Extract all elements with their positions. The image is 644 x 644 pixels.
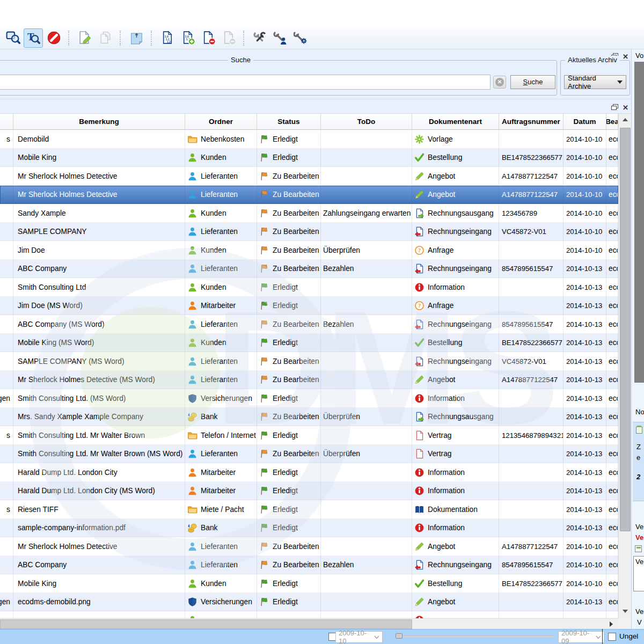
column-header-path[interactable] <box>0 114 13 129</box>
edit-document-button[interactable] <box>75 28 94 48</box>
cell-datum: 2014-10-10 <box>564 223 606 241</box>
search-fulltext-button[interactable]: T <box>24 28 43 48</box>
table-row[interactable]: Sandy XampleKundenZu BearbeitenZahlungse… <box>0 204 618 223</box>
cell-path-fragment <box>0 574 13 593</box>
search-documents-button[interactable] <box>3 28 23 48</box>
table-row[interactable]: sample-company-information.pdfBankErledi… <box>0 519 618 538</box>
table-row[interactable]: ABC CompanyLieferantenZu BearbeitenBezah… <box>0 556 618 575</box>
clear-search-button[interactable]: ✕ <box>493 76 506 89</box>
cell-ordner: Versicherungen <box>185 389 257 408</box>
date-range-slider-thumb[interactable] <box>396 633 402 639</box>
vertical-scrollbar[interactable] <box>618 114 631 618</box>
table-row[interactable]: Jim Doe (MS Word)MitarbeiterErledigt?Anf… <box>0 297 618 316</box>
cell-status: Erledigt <box>257 482 321 501</box>
settings-tools-button[interactable] <box>250 28 269 48</box>
settings-user-button[interactable] <box>270 28 290 48</box>
invoice-out-icon <box>414 412 425 422</box>
search-button[interactable]: Suche <box>510 75 555 89</box>
vertical-scroll-thumb[interactable] <box>620 128 631 531</box>
table-row[interactable]: Smith Consulting LtdKundenErledigtInform… <box>0 278 618 297</box>
column-header-auftragsnummer[interactable]: Auftragsnummer <box>499 114 564 129</box>
settings-system-button[interactable] <box>291 28 310 48</box>
table-row[interactable]: Mrs. Sandy Xample Xample CompanyBankZu B… <box>0 408 618 427</box>
horizontal-scrollbar[interactable] <box>0 618 631 629</box>
template-icon <box>414 134 425 144</box>
cell-todo <box>321 334 412 353</box>
table-row-selected[interactable]: Mr Sherlock Holmes DetectiveLieferantenZ… <box>0 186 618 204</box>
cell-datum: 2014-10-13 <box>564 278 606 297</box>
version-list-item: Ve <box>635 558 643 566</box>
search-panel: ✕ Suche ✕ Suche Aktuelles Archiv Standar… <box>0 49 631 99</box>
table-row[interactable]: Mobile King (MS Word)KundenErledigtBeste… <box>0 334 618 353</box>
table-row-partial[interactable] <box>0 611 618 618</box>
table-row[interactable]: Mr Sherlock Holmes Detective (MS Word)Li… <box>0 371 618 390</box>
search-documents-icon <box>6 31 20 45</box>
archive-select[interactable]: Standard Archive <box>564 75 626 89</box>
cell-status: Erledigt <box>257 574 321 593</box>
cell-datum: 2014-10-13 <box>564 408 606 427</box>
scroll-right-button[interactable] <box>605 619 617 630</box>
column-header-todo[interactable]: ToDo <box>321 114 412 129</box>
cell-bemerkung: ABC Company <box>13 260 185 279</box>
table-row[interactable]: ABC CompanyLieferantenZu BearbeitenBezah… <box>0 260 618 279</box>
inquiry-icon: ? <box>414 245 425 255</box>
date-to-select[interactable]: 2009-10-09 <box>558 631 604 643</box>
column-header-dokumentenart[interactable]: Dokumentenart <box>412 114 499 129</box>
sticky-note-icon <box>129 31 144 45</box>
table-row[interactable]: Mr Sherlock Holmes DetectiveLieferantenZ… <box>0 167 618 186</box>
cell-path-fragment <box>0 352 13 371</box>
date-range-slider[interactable] <box>396 635 554 637</box>
table-row[interactable]: genecodms-demobild.pngVersicherungenErle… <box>0 593 618 612</box>
cell-bearbeiter: eco <box>606 278 618 297</box>
table-row[interactable]: Harald Dump Ltd. London City (MS Word)Mi… <box>0 482 618 501</box>
cell-datum <box>564 611 606 618</box>
note-box[interactable]: Z e 2 <box>633 422 644 501</box>
table-row[interactable]: Mr Sherlock Holmes DetectiveLieferantenZ… <box>0 537 618 556</box>
close-panel-icon[interactable]: ✕ <box>623 54 628 60</box>
table-row[interactable]: Harald Dump Ltd. London CityMitarbeiterE… <box>0 463 618 482</box>
cell-datum: 2014-10-13 <box>564 334 606 353</box>
table-row[interactable]: Mobile KingKundenErledigtBestellungBE147… <box>0 149 618 167</box>
table-row[interactable]: SAMPLE COMPANYLieferantenZu BearbeitenRe… <box>0 223 618 241</box>
table-row[interactable]: Smith Consulting Ltd. Mr Walter Brown (M… <box>0 445 618 464</box>
cancel-search-button[interactable] <box>44 28 63 48</box>
table-row[interactable]: ABC Company (MS Word)LieferantenZu Bearb… <box>0 315 618 334</box>
table-row[interactable]: sDemobildNebenkostenErledigtVorlage2014-… <box>0 130 618 149</box>
table-row[interactable]: sRiesen TIFFMiete / PachtErledigtDokumen… <box>0 500 618 519</box>
table-row[interactable]: Mobile KingKundenErledigtBestellungBE147… <box>0 574 618 593</box>
date-from-select[interactable]: 2009-10-10 <box>335 631 383 643</box>
cell-path-fragment <box>0 241 13 260</box>
toolbar-separator <box>120 31 122 46</box>
version-remove-button[interactable] <box>199 28 218 48</box>
sticky-note-button[interactable] <box>127 28 146 48</box>
table-row[interactable]: Jim DoeKundenZu BearbeitenÜberprüfen?Anf… <box>0 241 618 260</box>
table-row[interactable]: SAMPLE COMPANY (MS Word)LieferantenZu Be… <box>0 352 618 371</box>
version-list[interactable]: Ve <box>633 556 644 591</box>
table-row[interactable]: sSmith Consulting Ltd. Mr Walter BrownTe… <box>0 426 618 445</box>
column-header-bea[interactable]: Bea <box>606 114 618 129</box>
column-header-ordner[interactable]: Ordner <box>185 114 257 129</box>
scroll-down-button[interactable] <box>619 605 632 617</box>
copy-documents-button[interactable] <box>96 28 115 48</box>
table-row[interactable]: genSmith Consulting Ltd. (MS Word)Versic… <box>0 389 618 408</box>
column-header-datum[interactable]: Datum <box>564 114 606 129</box>
column-header-status[interactable]: Status <box>257 114 321 129</box>
document-versions-button[interactable]: 1.01.11.2 <box>158 28 177 48</box>
person-green-icon <box>187 152 197 163</box>
version-remove-disabled-button[interactable] <box>219 28 238 48</box>
version-add-button[interactable]: 1.01.1 <box>178 28 197 48</box>
column-header-bemerkung[interactable]: Bemerkung <box>13 114 185 129</box>
cell-bearbeiter: eco <box>606 463 618 482</box>
unread-checkbox[interactable] <box>608 633 616 641</box>
cell-bemerkung: Jim Doe <box>13 241 185 260</box>
cell-bemerkung: Mr Sherlock Holmes Detective <box>13 167 185 186</box>
bank-coins-icon <box>187 523 197 533</box>
float-result-panel-icon[interactable] <box>611 103 618 113</box>
horizontal-scroll-thumb[interactable] <box>0 619 412 629</box>
scroll-up-button[interactable] <box>619 114 632 126</box>
close-result-panel-icon[interactable]: ✕ <box>623 105 628 111</box>
flag-green-icon <box>259 338 269 348</box>
search-input[interactable] <box>0 75 491 90</box>
version-remove-icon <box>201 31 216 45</box>
cell-datum: 2014-10-10 <box>564 130 606 149</box>
